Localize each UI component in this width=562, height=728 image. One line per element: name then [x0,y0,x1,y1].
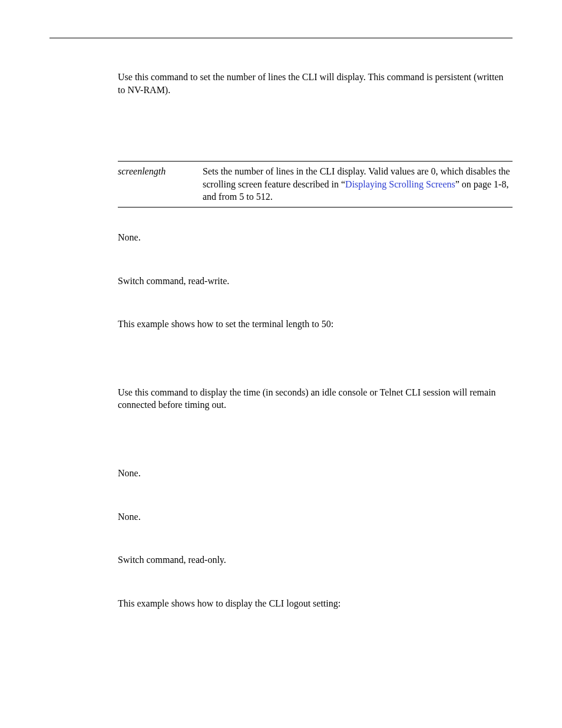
param-desc-cell: Sets the number of lines in the CLI disp… [203,162,513,207]
mode-text-2: Switch command, read-only. [118,554,513,566]
defaults-text-1: None. [118,231,513,244]
defaults-text-2: None. [118,510,513,523]
example-text-2: This example shows how to display the CL… [118,597,513,610]
intro-paragraph-2: Use this command to display the time (in… [118,386,513,411]
page: Use this command to set the number of li… [0,0,562,728]
content-area: Use this command to set the number of li… [118,71,513,617]
intro-paragraph-1: Use this command to set the number of li… [118,71,513,96]
link-displaying-scrolling-screens[interactable]: Displaying Scrolling Screens [345,179,455,189]
mode-text-1: Switch command, read-write. [118,275,513,288]
table-row: screenlength Sets the number of lines in… [118,162,513,207]
parameters-text-2: None. [118,467,513,480]
parameter-table: screenlength Sets the number of lines in… [118,161,513,207]
header-rule [49,38,513,38]
example-text-1: This example shows how to set the termin… [118,318,513,331]
param-name-cell: screenlength [118,162,203,207]
